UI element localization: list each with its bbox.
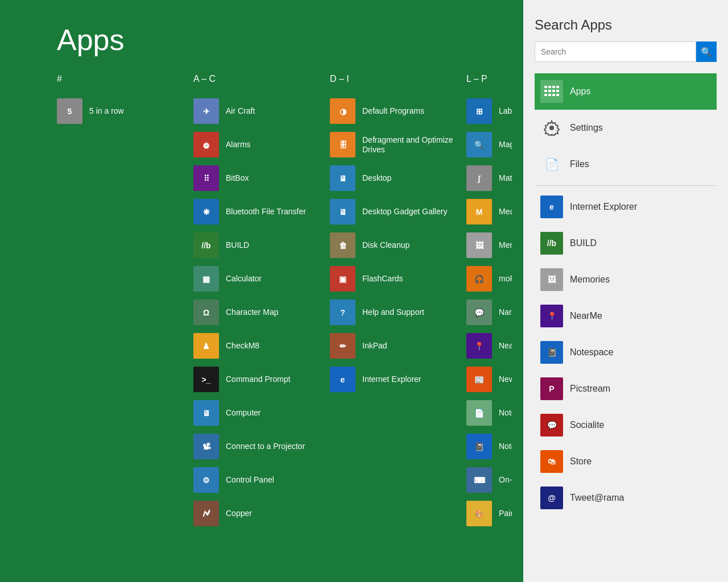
- app-name: Control Panel: [226, 475, 274, 485]
- build-icon: //b: [540, 232, 563, 255]
- app-icon: 🖥: [193, 400, 219, 426]
- sidebar-item-memories[interactable]: 🖼Memories: [535, 261, 717, 298]
- svg-rect-7: [556, 90, 559, 92]
- list-item[interactable]: ∫Math Input: [466, 165, 512, 191]
- svg-rect-6: [552, 90, 555, 92]
- list-item[interactable]: //bBUILD: [193, 232, 324, 258]
- app-icon: 🎧: [466, 266, 492, 292]
- sidebar-app-label: Tweet@rama: [570, 493, 624, 503]
- list-item[interactable]: ◑Default Programs: [330, 98, 461, 124]
- list-item[interactable]: 📍NearMe: [466, 333, 512, 359]
- sidebar-item-store[interactable]: 🛍Store: [535, 443, 717, 480]
- list-item[interactable]: ⌨On-Screen Keyboard: [466, 467, 512, 493]
- sidebar-item-socialite[interactable]: 💬Socialite: [535, 407, 717, 443]
- app-name: Desktop Gadget Gallery: [362, 207, 447, 217]
- category-d-i: D – I◑Default Programs🗄Defragment and Op…: [330, 74, 461, 565]
- app-icon: 🖼: [466, 232, 492, 258]
- list-item[interactable]: 💬Narrator: [466, 300, 512, 325]
- list-item[interactable]: 🖼Memories: [466, 232, 512, 258]
- sidebar-divider: [535, 185, 717, 186]
- sidebar-item-files[interactable]: 📄Files: [535, 146, 717, 182]
- list-item[interactable]: ?Help and Support: [330, 300, 461, 325]
- list-item[interactable]: ΩCharacter Map: [193, 300, 324, 325]
- list-item[interactable]: 🗲Copper: [193, 501, 324, 526]
- ie-icon: e: [540, 196, 563, 218]
- list-item[interactable]: ⏰Alarms: [193, 132, 324, 157]
- list-item[interactable]: 🖥Desktop Gadget Gallery: [330, 199, 461, 225]
- sidebar-item-apps[interactable]: Apps: [535, 73, 717, 110]
- list-item[interactable]: ✈Air Craft: [193, 98, 324, 124]
- sidebar-app-label: Picstream: [570, 384, 610, 394]
- list-item[interactable]: ⚙Control Panel: [193, 467, 324, 493]
- sidebar-item-label: Apps: [570, 86, 590, 97]
- list-item[interactable]: MMeasure: [466, 199, 512, 225]
- app-name: Default Programs: [362, 106, 424, 116]
- app-name: BitBox: [226, 173, 249, 183]
- app-name: Computer: [226, 408, 260, 418]
- list-item[interactable]: 📄Notepad: [466, 400, 512, 426]
- list-item[interactable]: 🗄Defragment and Optimize Drives: [330, 132, 461, 157]
- search-input[interactable]: [535, 41, 696, 62]
- list-item[interactable]: eInternet Explorer: [330, 367, 461, 392]
- svg-rect-0: [544, 86, 547, 88]
- sidebar-item-build[interactable]: //bBUILD: [535, 225, 717, 261]
- app-icon: 🗄: [330, 132, 355, 157]
- sidebar-title: Search Apps: [535, 17, 717, 33]
- app-name: 5 in a row: [89, 106, 124, 116]
- search-icon: 🔍: [701, 47, 712, 57]
- list-item[interactable]: ▣FlashCards: [330, 266, 461, 292]
- category-header-hash: #: [57, 74, 188, 87]
- app-icon: ♟: [193, 333, 219, 359]
- list-item[interactable]: 📰News: [466, 367, 512, 392]
- list-item[interactable]: ▦Calculator: [193, 266, 324, 292]
- app-name: NearMe: [499, 341, 512, 351]
- sidebar-item-nearme[interactable]: 📍NearMe: [535, 298, 717, 334]
- list-item[interactable]: ✏InkPad: [330, 333, 461, 359]
- search-button[interactable]: 🔍: [696, 41, 717, 62]
- sidebar-app-label: Notespace: [570, 347, 614, 357]
- sidebar-item-picstream[interactable]: PPicstream: [535, 371, 717, 407]
- list-item[interactable]: 🎨Paint: [466, 501, 512, 526]
- sidebar-app-label: Socialite: [570, 420, 604, 430]
- app-name: Calculator: [226, 274, 262, 284]
- app-icon: 🖥: [330, 199, 355, 225]
- svg-rect-1: [548, 86, 551, 88]
- app-name: BUILD: [226, 240, 249, 250]
- sidebar-item-tweetrama[interactable]: @Tweet@rama: [535, 480, 717, 516]
- sidebar-item-settings[interactable]: Settings: [535, 110, 717, 146]
- socialite-icon: 💬: [540, 414, 563, 436]
- app-name: CheckM8: [226, 341, 259, 351]
- category-hash: #55 in a row: [57, 74, 188, 565]
- list-item[interactable]: 🔍Magnifier: [466, 132, 512, 157]
- app-name: FlashCards: [362, 274, 403, 284]
- list-item[interactable]: 55 in a row: [57, 98, 188, 124]
- list-item[interactable]: ⊞Labyrinth: [466, 98, 512, 124]
- sidebar-app-label: Memories: [570, 275, 610, 285]
- list-item[interactable]: >_Command Prompt: [193, 367, 324, 392]
- list-item[interactable]: 📓Notespace: [466, 434, 512, 459]
- list-item[interactable]: 📽Connect to a Projector: [193, 434, 324, 459]
- list-item[interactable]: 🖥Desktop: [330, 165, 461, 191]
- app-icon: ▦: [193, 266, 219, 292]
- sidebar-item-label: Settings: [570, 123, 603, 133]
- app-name: Desktop: [362, 173, 391, 183]
- app-icon: ⊞: [466, 98, 492, 124]
- list-item[interactable]: 🗑Disk Cleanup: [330, 232, 461, 258]
- svg-point-12: [549, 126, 554, 130]
- list-item[interactable]: ❋Bluetooth File Transfer: [193, 199, 324, 225]
- list-item[interactable]: ⠿BitBox: [193, 165, 324, 191]
- category-header-a-c: A – C: [193, 74, 324, 87]
- list-item[interactable]: ♟CheckM8: [193, 333, 324, 359]
- sidebar-item-notespace[interactable]: 📓Notespace: [535, 334, 717, 371]
- list-item[interactable]: 🖥Computer: [193, 400, 324, 426]
- app-icon: 📓: [466, 434, 492, 459]
- app-name: News: [499, 375, 512, 384]
- app-name: moPod: [499, 274, 512, 284]
- app-icon: Ω: [193, 300, 219, 325]
- svg-rect-3: [556, 86, 559, 88]
- app-icon: ✈: [193, 98, 219, 124]
- list-item[interactable]: 🎧moPod: [466, 266, 512, 292]
- sidebar-item-ie[interactable]: eInternet Explorer: [535, 189, 717, 225]
- category-a-c: A – C✈Air Craft⏰Alarms⠿BitBox❋Bluetooth …: [193, 74, 324, 565]
- app-icon: 🗑: [330, 232, 355, 258]
